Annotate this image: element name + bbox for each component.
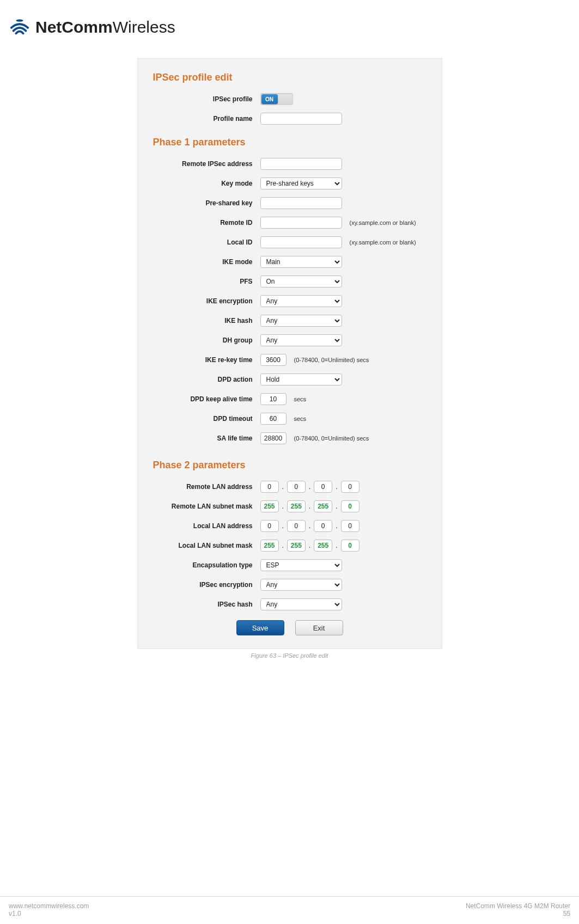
ipsec-hash-select[interactable]: Any [260, 598, 342, 610]
exit-button[interactable]: Exit [295, 620, 343, 635]
footer-pageno: 55 [466, 910, 570, 917]
remote-ipsec-addr-input[interactable] [260, 158, 342, 170]
profile-name-input[interactable] [260, 113, 342, 125]
ipsec-edit-panel: IPSec profile edit IPSec profile ON Prof… [137, 58, 442, 649]
footer-version: v1.0 [9, 910, 89, 917]
local-id-input[interactable] [260, 236, 342, 248]
sa-life-input[interactable] [260, 432, 287, 444]
remote-mask-3[interactable] [341, 500, 359, 512]
remote-lan-label: Remote LAN address [149, 483, 260, 491]
ipsec-enc-select[interactable]: Any [260, 579, 342, 591]
ike-mode-label: IKE mode [149, 258, 260, 266]
section-title-phase2: Phase 2 parameters [153, 460, 431, 471]
local-id-label: Local ID [149, 238, 260, 246]
key-mode-select[interactable]: Pre-shared keys [260, 178, 342, 189]
ike-hash-select[interactable]: Any [260, 315, 342, 327]
local-lan-label: Local LAN address [149, 522, 260, 530]
local-mask-2[interactable] [314, 540, 332, 552]
local-mask-1[interactable] [287, 540, 306, 552]
brand-text: NetCommWireless [35, 18, 175, 36]
ike-enc-label: IKE encryption [149, 297, 260, 305]
ike-rekey-input[interactable] [260, 354, 287, 366]
dpd-timeout-input[interactable] [260, 413, 287, 425]
ipsec-hash-label: IPSec hash [149, 601, 260, 608]
page-footer: www.netcommwireless.com v1.0 NetComm Wir… [0, 896, 579, 917]
sa-life-label: SA life time [149, 435, 260, 442]
local-lan-0[interactable] [260, 520, 279, 532]
save-button[interactable]: Save [236, 620, 284, 635]
brand-light: Wireless [113, 18, 175, 36]
remote-mask-0[interactable] [260, 500, 279, 512]
ike-rekey-hint: (0-78400, 0=Unlimited) secs [294, 357, 369, 363]
dpd-keep-hint: secs [294, 396, 307, 402]
svg-point-0 [16, 20, 23, 22]
remote-mask-label: Remote LAN subnet mask [149, 503, 260, 510]
dpd-timeout-label: DPD timeout [149, 415, 260, 423]
key-mode-label: Key mode [149, 180, 260, 187]
dpd-timeout-hint: secs [294, 415, 307, 422]
remote-id-label: Remote ID [149, 219, 260, 227]
remote-id-input[interactable] [260, 217, 342, 229]
dpd-keep-input[interactable] [260, 393, 287, 405]
dpd-action-select[interactable]: Hold [260, 374, 342, 385]
remote-lan-0[interactable] [260, 481, 279, 493]
local-mask-0[interactable] [260, 540, 279, 552]
pfs-label: PFS [149, 278, 260, 285]
footer-url: www.netcommwireless.com [9, 902, 89, 910]
local-lan-2[interactable] [314, 520, 332, 532]
remote-mask-1[interactable] [287, 500, 306, 512]
brand-header: NetCommWireless [8, 14, 571, 42]
dh-group-label: DH group [149, 336, 260, 344]
encap-label: Encapsulation type [149, 561, 260, 569]
brand-bold: NetComm [35, 18, 113, 36]
remote-lan-3[interactable] [341, 481, 359, 493]
remote-lan-2[interactable] [314, 481, 332, 493]
ike-rekey-label: IKE re-key time [149, 356, 260, 364]
dh-group-select[interactable]: Any [260, 334, 342, 346]
ike-mode-select[interactable]: Main [260, 256, 342, 268]
footer-product: NetComm Wireless 4G M2M Router [466, 902, 570, 910]
wifi-icon [9, 18, 30, 36]
remote-ipsec-addr-label: Remote IPSec address [149, 160, 260, 168]
dpd-action-label: DPD action [149, 376, 260, 383]
section-title-phase1: Phase 1 parameters [153, 137, 431, 148]
toggle-on-knob: ON [261, 94, 278, 104]
psk-input[interactable] [260, 197, 342, 209]
local-mask-label: Local LAN subnet mask [149, 542, 260, 549]
figure-caption: Figure 63 – IPSec profile edit [137, 652, 442, 659]
pfs-select[interactable]: On [260, 276, 342, 287]
sa-life-hint: (0-78400, 0=Unlimited) secs [294, 435, 369, 442]
local-lan-3[interactable] [341, 520, 359, 532]
remote-lan-1[interactable] [287, 481, 306, 493]
local-mask-3[interactable] [341, 540, 359, 552]
ipsec-enc-label: IPSec encryption [149, 581, 260, 589]
ipsec-profile-label: IPSec profile [149, 95, 260, 103]
local-lan-1[interactable] [287, 520, 306, 532]
psk-label: Pre-shared key [149, 199, 260, 207]
ike-hash-label: IKE hash [149, 317, 260, 325]
local-id-hint: (xy.sample.com or blank) [350, 239, 416, 246]
remote-mask-2[interactable] [314, 500, 332, 512]
dpd-keep-label: DPD keep alive time [149, 395, 260, 403]
ike-enc-select[interactable]: Any [260, 295, 342, 307]
remote-id-hint: (xy.sample.com or blank) [350, 219, 416, 226]
ipsec-profile-toggle[interactable]: ON [260, 93, 293, 105]
profile-name-label: Profile name [149, 115, 260, 123]
section-title-profile: IPSec profile edit [153, 72, 431, 83]
encap-select[interactable]: ESP [260, 559, 342, 571]
